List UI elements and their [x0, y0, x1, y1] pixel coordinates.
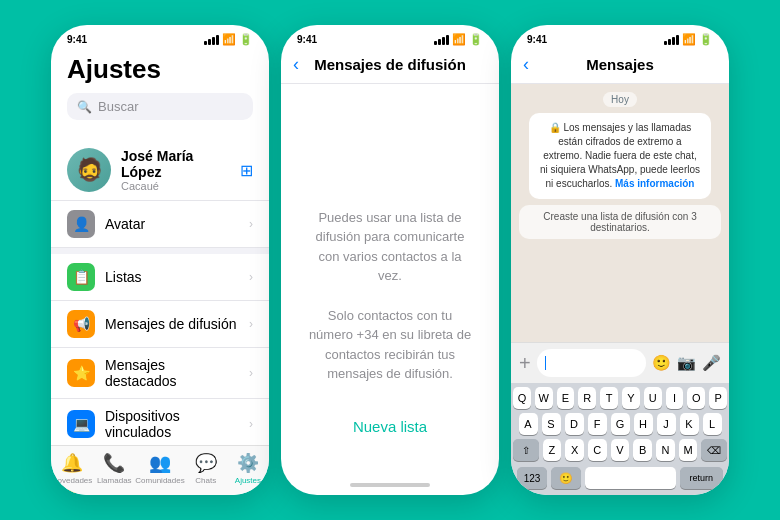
destacados-icon: ⭐	[67, 359, 95, 387]
key-t[interactable]: T	[600, 387, 618, 409]
key-space[interactable]	[585, 467, 675, 489]
menu-item-avatar[interactable]: 👤 Avatar ›	[51, 201, 269, 248]
novedades-label: Novedades	[52, 476, 92, 485]
key-s[interactable]: S	[542, 413, 561, 435]
key-v[interactable]: V	[611, 439, 630, 461]
ajustes-tab-label: Ajustes	[235, 476, 261, 485]
tab-ajustes[interactable]: ⚙️ Ajustes	[227, 452, 269, 485]
listas-label: Listas	[105, 269, 239, 285]
key-o[interactable]: O	[687, 387, 705, 409]
phone-ajustes: 9:41 📶 🔋 Ajustes 🔍 Buscar	[51, 25, 269, 495]
key-backspace[interactable]: ⌫	[701, 439, 727, 461]
mensajes-back-button[interactable]: ‹	[523, 54, 529, 75]
tab-chats[interactable]: 💬 Chats	[185, 452, 227, 485]
key-w[interactable]: W	[535, 387, 553, 409]
phone-mensajes: 9:41 📶 🔋 ‹ Mensajes Hoy 🔒 Los mensajes y…	[511, 25, 729, 495]
qr-icon[interactable]: ⊞	[240, 161, 253, 180]
key-k[interactable]: K	[680, 413, 699, 435]
key-a[interactable]: A	[519, 413, 538, 435]
nueva-lista-button[interactable]: Nueva lista	[281, 418, 499, 435]
llamadas-icon: 📞	[103, 452, 125, 474]
chats-tab-icon: 💬	[195, 452, 217, 474]
chevron-icon: ›	[249, 270, 253, 284]
mic-icon[interactable]: 🎤	[702, 354, 721, 372]
search-placeholder: Buscar	[98, 99, 138, 114]
llamadas-label: Llamadas	[97, 476, 132, 485]
bottom-tabs: 🔔 Novedades 📞 Llamadas 👥 Comunidades 💬 C…	[51, 445, 269, 495]
menu-item-destacados[interactable]: ⭐ Mensajes destacados ›	[51, 348, 269, 399]
difusion-header: ‹ Mensajes de difusión	[281, 50, 499, 84]
page-title: Ajustes	[67, 50, 253, 93]
key-f[interactable]: F	[588, 413, 607, 435]
key-g[interactable]: G	[611, 413, 630, 435]
menu-item-dispositivos[interactable]: 💻 Dispositivos vinculados ›	[51, 399, 269, 450]
difusion-title: Mensajes de difusión	[314, 56, 466, 73]
dispositivos-icon: 💻	[67, 410, 95, 438]
profile-section[interactable]: 🧔 José María López Cacaué ⊞	[51, 140, 269, 201]
profile-info: José María López Cacaué	[121, 148, 230, 192]
phone-difusion: 9:41 📶 🔋 ‹ Mensajes de difusión Puedes u…	[281, 25, 499, 495]
key-c[interactable]: C	[588, 439, 607, 461]
back-button[interactable]: ‹	[293, 54, 299, 75]
comunidades-label: Comunidades	[135, 476, 184, 485]
keyboard-row-2: A S D F G H J K L	[513, 413, 727, 435]
ajustes-tab-icon: ⚙️	[237, 452, 259, 474]
menu-item-listas[interactable]: 📋 Listas ›	[51, 254, 269, 301]
key-r[interactable]: R	[578, 387, 596, 409]
chevron-icon: ›	[249, 417, 253, 431]
difusion-label: Mensajes de difusión	[105, 316, 239, 332]
key-y[interactable]: Y	[622, 387, 640, 409]
sticker-icon[interactable]: 🙂	[652, 354, 671, 372]
key-d[interactable]: D	[565, 413, 584, 435]
keyboard-row-3: ⇧ Z X C V B N M ⌫	[513, 439, 727, 461]
key-j[interactable]: J	[657, 413, 676, 435]
difusion-description-1: Puedes usar una lista de difusión para c…	[305, 208, 475, 286]
chevron-icon: ›	[249, 317, 253, 331]
key-q[interactable]: Q	[513, 387, 531, 409]
key-i[interactable]: I	[666, 387, 684, 409]
add-attachment-button[interactable]: +	[519, 352, 531, 375]
key-emoji[interactable]: 🙂	[551, 467, 581, 489]
ajustes-header: Ajustes 🔍 Buscar	[51, 50, 269, 140]
text-cursor	[545, 356, 546, 370]
key-n[interactable]: N	[656, 439, 675, 461]
key-p[interactable]: P	[709, 387, 727, 409]
key-l[interactable]: L	[703, 413, 722, 435]
chat-area: Hoy 🔒 Los mensajes y las llamadas están …	[511, 84, 729, 342]
difusion-description-2: Solo contactos con tu número +34 en su l…	[305, 306, 475, 384]
home-indicator	[350, 483, 430, 487]
dispositivos-label: Dispositivos vinculados	[105, 408, 239, 440]
chats-tab-label: Chats	[195, 476, 216, 485]
menu-item-difusion[interactable]: 📢 Mensajes de difusión ›	[51, 301, 269, 348]
key-z[interactable]: Z	[543, 439, 562, 461]
profile-subtitle: Cacaué	[121, 180, 230, 192]
key-123[interactable]: 123	[517, 467, 547, 489]
difusion-icon: 📢	[67, 310, 95, 338]
camera-icon[interactable]: 📷	[677, 354, 696, 372]
tab-llamadas[interactable]: 📞 Llamadas	[93, 452, 135, 485]
key-return[interactable]: return	[680, 467, 723, 489]
more-info-link[interactable]: Más información	[615, 178, 694, 189]
key-e[interactable]: E	[557, 387, 575, 409]
mensajes-header: ‹ Mensajes	[511, 50, 729, 84]
key-u[interactable]: U	[644, 387, 662, 409]
key-shift[interactable]: ⇧	[513, 439, 539, 461]
message-input[interactable]	[537, 349, 646, 377]
chevron-icon: ›	[249, 217, 253, 231]
mensajes-title: Mensajes	[586, 56, 654, 73]
key-m[interactable]: M	[679, 439, 698, 461]
key-b[interactable]: B	[633, 439, 652, 461]
search-bar[interactable]: 🔍 Buscar	[67, 93, 253, 120]
search-icon: 🔍	[77, 100, 92, 114]
chevron-icon: ›	[249, 366, 253, 380]
avatar-label: Avatar	[105, 216, 239, 232]
key-h[interactable]: H	[634, 413, 653, 435]
profile-name: José María López	[121, 148, 230, 180]
destacados-label: Mensajes destacados	[105, 357, 239, 389]
novedades-icon: 🔔	[61, 452, 83, 474]
keyboard: Q W E R T Y U I O P A S D F G H J K L	[511, 383, 729, 495]
tab-comunidades[interactable]: 👥 Comunidades	[135, 452, 184, 485]
key-x[interactable]: X	[565, 439, 584, 461]
tab-novedades[interactable]: 🔔 Novedades	[51, 452, 93, 485]
keyboard-row-4: 123 🙂 return	[513, 465, 727, 491]
